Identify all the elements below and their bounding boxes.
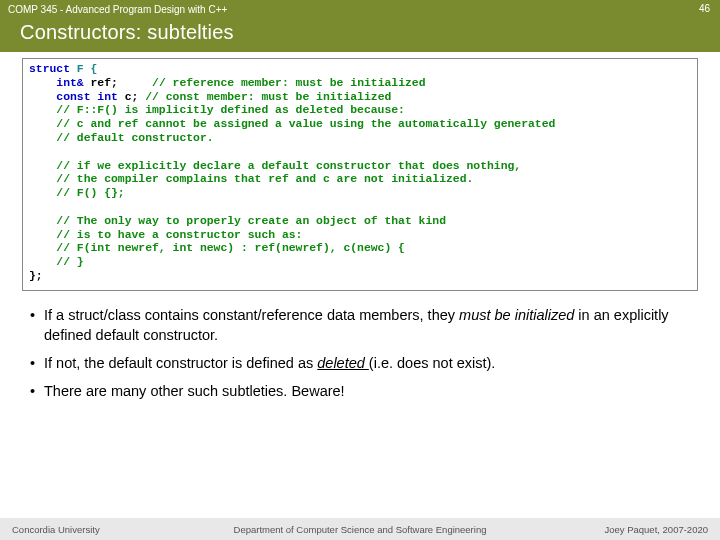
list-item: There are many other such subtleties. Be…	[30, 381, 690, 401]
text: If not, the default constructor is defin…	[44, 355, 317, 371]
comment: // if we explicitly declare a default co…	[29, 160, 521, 172]
comment: // F() {};	[29, 187, 125, 199]
text: (i.e. does not exist).	[369, 355, 496, 371]
ident: c;	[125, 91, 146, 103]
comment: // F::F() is implicitly defined as delet…	[29, 104, 405, 116]
list-item: If a struct/class contains constant/refe…	[30, 305, 690, 345]
comment: // reference member: must be initialized	[152, 77, 425, 89]
text-emph: deleted	[317, 355, 369, 371]
slide-footer: Concordia University Department of Compu…	[0, 518, 720, 540]
slide-title: Constructors: subtelties	[0, 15, 720, 44]
text-emph: must be initialized	[459, 307, 574, 323]
text: If a struct/class contains constant/refe…	[44, 307, 459, 323]
slide-header: COMP 345 - Advanced Program Design with …	[0, 0, 720, 52]
comment: // The only way to properly create an ob…	[29, 215, 446, 227]
comment: // c and ref cannot be assigned a value …	[29, 118, 555, 130]
comment: // F(int newref, int newc) : ref(newref)…	[29, 242, 405, 254]
ident: ref;	[91, 77, 153, 89]
comment: // is to have a constructor such as:	[29, 229, 302, 241]
page-number: 46	[699, 3, 710, 14]
course-label: COMP 345 - Advanced Program Design with …	[0, 0, 720, 15]
comment: // }	[29, 256, 84, 268]
footer-left: Concordia University	[12, 524, 100, 535]
footer-right: Joey Paquet, 2007-2020	[604, 524, 708, 535]
comment: // default constructor.	[29, 132, 214, 144]
code-end: };	[29, 270, 43, 282]
comment: // const member: must be initialized	[145, 91, 391, 103]
keyword: struct	[29, 63, 70, 75]
keyword: const int	[29, 91, 125, 103]
list-item: If not, the default constructor is defin…	[30, 353, 690, 373]
bullet-list: If a struct/class contains constant/refe…	[30, 305, 690, 401]
comment: // the compiler complains that ref and c…	[29, 173, 473, 185]
text: There are many other such subtleties. Be…	[44, 383, 345, 399]
typename: F {	[70, 63, 97, 75]
code-block: struct F { int& ref; // reference member…	[22, 58, 698, 291]
keyword: int&	[29, 77, 91, 89]
